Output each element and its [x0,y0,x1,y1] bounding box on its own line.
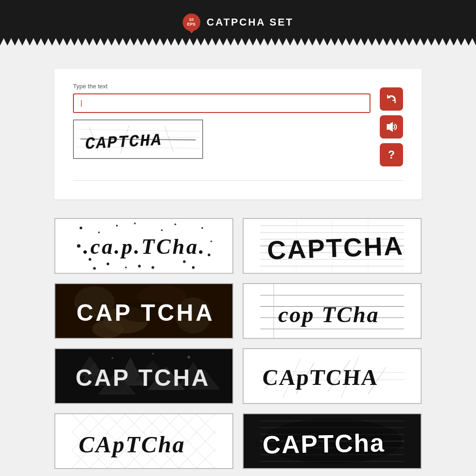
captcha-card-4: cop TCha [243,283,422,339]
svg-text:CAPTCHA: CAPTCHA [266,231,404,265]
svg-point-13 [106,263,109,265]
svg-point-17 [183,260,186,263]
svg-point-14 [116,225,118,227]
page-title: CATPCHA SET [207,16,294,28]
svg-text:.ca.p.TCha.: .ca.p.TCha. [83,235,206,258]
svg-point-21 [134,223,136,225]
captcha-card-2: CAPTCHA [243,218,422,274]
svg-point-10 [79,226,82,229]
captcha-card-5: CAP TCHA [54,348,233,404]
captcha-card-7: CApTCha [54,413,233,469]
svg-point-20 [208,253,211,256]
captcha-card-8: CAPTCha CAPTCha [243,413,422,469]
svg-line-8 [165,126,173,152]
svg-point-18 [201,227,203,229]
svg-text:CApTCha: CApTCha [79,431,185,457]
captcha-card-1: .ca.p.TCha. [54,218,233,274]
badge-line2: EPS [187,22,195,27]
captcha-top-section: Type the text CAPTCHA [73,83,403,166]
header: 10 EPS CATPCHA SET [0,8,476,36]
svg-point-25 [211,240,212,242]
svg-point-62 [152,353,154,355]
svg-point-19 [77,244,80,248]
captcha-card-3: CAP TCHA [54,283,233,339]
svg-point-63 [187,356,190,359]
svg-line-1 [76,129,200,132]
help-button[interactable]: ? [380,143,403,166]
captcha-text-input[interactable] [73,93,370,113]
svg-text:cop TCha: cop TCha [278,302,380,327]
captcha-gallery: .ca.p.TCha. CAPTCHA [54,218,422,469]
svg-marker-9 [387,123,392,131]
sawtooth-divider [0,36,476,46]
svg-point-15 [138,265,141,268]
svg-text:CAPTCha: CAPTCha [262,429,385,459]
captcha-action-buttons: ? [380,83,403,166]
audio-button[interactable] [380,115,403,139]
header-bar [0,0,476,8]
svg-point-61 [112,357,113,359]
svg-point-26 [93,267,96,270]
captcha-card-6: CApTCHA [243,348,422,404]
svg-text:CAP TCHA: CAP TCHA [76,365,211,391]
captcha-input-section: Type the text CAPTCHA [73,83,370,159]
svg-point-12 [98,231,100,233]
svg-text:CAPTCHA: CAPTCHA [85,131,162,154]
svg-point-27 [125,266,127,268]
main-captcha-image: CAPTCHA [73,119,203,159]
widget-divider [73,180,403,181]
refresh-button[interactable] [380,87,403,111]
help-icon: ? [388,148,395,161]
svg-text:CApTCHA: CApTCHA [261,365,379,390]
svg-text:CAP TCHA: CAP TCHA [77,300,215,326]
main-content: Type the text CAPTCHA [0,46,476,476]
captcha-widget: Type the text CAPTCHA [54,69,422,199]
svg-point-22 [152,266,154,269]
svg-point-24 [192,266,195,269]
svg-point-23 [174,224,176,225]
eps-badge: 10 EPS [183,13,200,31]
input-label: Type the text [73,83,370,90]
svg-point-16 [161,229,163,231]
